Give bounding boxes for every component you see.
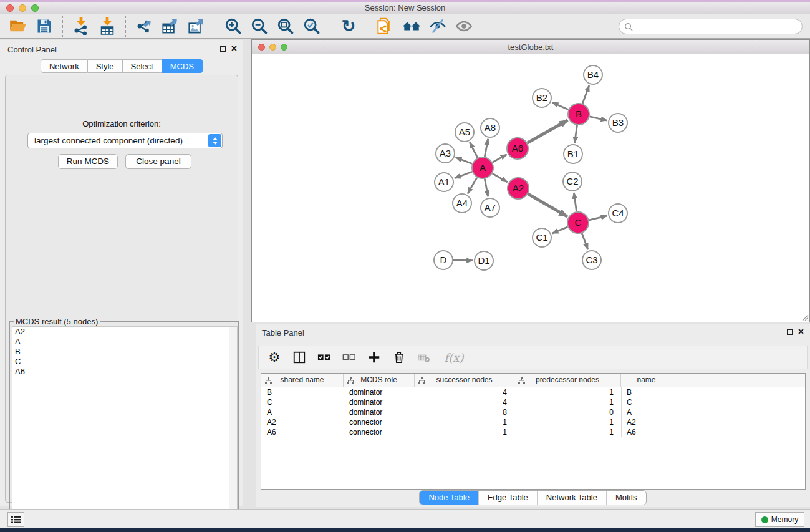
- delete-table-button[interactable]: [416, 350, 432, 365]
- edge-A-A3[interactable]: [456, 157, 472, 163]
- add-column-button[interactable]: [366, 350, 382, 365]
- edge-C-C1[interactable]: [552, 227, 568, 233]
- edge-B-B4[interactable]: [582, 85, 589, 104]
- column-header-shared-name[interactable]: shared name: [261, 374, 344, 387]
- edge-B-B3[interactable]: [590, 117, 607, 120]
- node-D1[interactable]: D1: [475, 251, 493, 270]
- network-canvas[interactable]: AA1A2A3A4A5A6A7A8BB1B2B3B4CC1C2C3C4DD1: [252, 54, 809, 322]
- tab-motifs[interactable]: Motifs: [607, 491, 646, 505]
- table-row[interactable]: Cdominator41C: [261, 397, 805, 407]
- toggle-columns-button[interactable]: [291, 350, 307, 365]
- close-panel-icon[interactable]: ×: [231, 46, 237, 52]
- criterion-select[interactable]: largest connected component (directed): [27, 133, 223, 148]
- node-B2[interactable]: B2: [533, 89, 551, 107]
- edge-A-A8[interactable]: [485, 139, 488, 157]
- import-network-button[interactable]: [68, 16, 94, 36]
- show-graphics-details-button[interactable]: [451, 16, 477, 36]
- node-C3[interactable]: C3: [582, 251, 601, 269]
- mcds-result-item[interactable]: A2: [12, 327, 237, 337]
- edge-A-A4[interactable]: [468, 178, 477, 194]
- edge-C-C3[interactable]: [582, 233, 588, 249]
- node-C2[interactable]: C2: [563, 172, 582, 191]
- mcds-result-item[interactable]: C: [12, 357, 237, 367]
- mcds-result-list[interactable]: A2ABCA6: [12, 326, 238, 532]
- column-header-MCDS-role[interactable]: MCDS role: [344, 374, 415, 387]
- edge-B-B1[interactable]: [575, 125, 577, 143]
- show-panels-button[interactable]: [7, 512, 24, 527]
- float-panel-icon[interactable]: [787, 329, 793, 335]
- delete-column-button[interactable]: [391, 350, 407, 365]
- mcds-result-item[interactable]: A: [12, 337, 237, 347]
- tab-mcds[interactable]: MCDS: [162, 59, 203, 73]
- node-D[interactable]: D: [434, 251, 453, 269]
- mcds-result-item[interactable]: A6: [12, 367, 237, 377]
- node-A6[interactable]: A6: [507, 138, 528, 159]
- tab-style[interactable]: Style: [88, 59, 123, 73]
- mcds-result-item[interactable]: B: [12, 347, 237, 357]
- zoom-fit-button[interactable]: [272, 16, 299, 36]
- node-A1[interactable]: A1: [435, 173, 453, 191]
- node-B1[interactable]: B1: [564, 145, 582, 163]
- node-B3[interactable]: B3: [609, 114, 627, 132]
- node-A5[interactable]: A5: [455, 123, 474, 142]
- float-panel-icon[interactable]: [220, 46, 226, 52]
- resize-grip-icon[interactable]: [800, 312, 809, 321]
- zoom-out-button[interactable]: [246, 16, 272, 36]
- save-session-button[interactable]: [31, 16, 57, 36]
- node-B4[interactable]: B4: [584, 65, 602, 84]
- node-B[interactable]: B: [568, 104, 589, 125]
- edge-B-B2[interactable]: [552, 102, 568, 109]
- edge-A-A6[interactable]: [493, 155, 507, 163]
- edge-A2-C[interactable]: [528, 194, 567, 216]
- edge-A-A7[interactable]: [485, 179, 488, 197]
- export-network-button[interactable]: [131, 16, 157, 36]
- edge-A-A5[interactable]: [470, 142, 478, 158]
- edge-A-A2[interactable]: [493, 173, 508, 182]
- select-all-button[interactable]: [316, 350, 332, 365]
- tab-edge-table[interactable]: Edge Table: [479, 491, 538, 505]
- function-builder-button[interactable]: f(x): [441, 350, 467, 365]
- tab-network-table[interactable]: Network Table: [538, 491, 607, 505]
- refresh-button[interactable]: ↻: [335, 16, 362, 36]
- close-panel-icon[interactable]: ×: [798, 329, 804, 335]
- node-C1[interactable]: C1: [533, 228, 551, 247]
- edge-A6-B[interactable]: [528, 120, 568, 143]
- zoom-in-button[interactable]: [220, 16, 246, 36]
- table-row[interactable]: A6connector11A6: [261, 427, 805, 437]
- tab-network[interactable]: Network: [41, 59, 88, 73]
- zoom-selected-button[interactable]: [299, 16, 325, 36]
- node-A[interactable]: A: [472, 157, 493, 178]
- hide-graphics-details-button[interactable]: [425, 16, 451, 36]
- run-mcds-button[interactable]: Run MCDS: [58, 154, 118, 169]
- table-settings-button[interactable]: ⚙: [266, 350, 282, 365]
- close-panel-button[interactable]: Close panel: [125, 154, 191, 169]
- export-table-button[interactable]: [157, 16, 183, 36]
- export-image-button[interactable]: [183, 16, 210, 36]
- scrollbar-track[interactable]: [229, 327, 237, 532]
- node-C4[interactable]: C4: [609, 204, 627, 223]
- column-header-predecessor-nodes[interactable]: predecessor nodes: [514, 374, 621, 387]
- new-network-from-file-button[interactable]: [372, 16, 398, 36]
- node-C[interactable]: C: [567, 212, 589, 233]
- table-row[interactable]: Bdominator41B: [261, 387, 805, 397]
- table-row[interactable]: Adominator80A: [261, 407, 805, 417]
- tab-select[interactable]: Select: [123, 59, 162, 73]
- node-A4[interactable]: A4: [453, 194, 471, 213]
- import-table-button[interactable]: [94, 16, 120, 36]
- node-A7[interactable]: A7: [481, 198, 499, 217]
- tab-node-table[interactable]: Node Table: [420, 491, 479, 505]
- open-file-button[interactable]: [5, 16, 31, 36]
- column-header-successor-nodes[interactable]: successor nodes: [415, 374, 514, 387]
- network-window-titlebar[interactable]: testGlobe.txt: [252, 40, 809, 54]
- memory-button[interactable]: Memory: [755, 512, 804, 527]
- table-row[interactable]: A2connector11A2: [261, 417, 805, 427]
- node-A3[interactable]: A3: [436, 144, 455, 163]
- deselect-all-button[interactable]: [341, 350, 357, 365]
- layout-home-button[interactable]: [398, 16, 425, 36]
- node-A8[interactable]: A8: [481, 118, 499, 137]
- column-header-name[interactable]: name: [621, 374, 672, 387]
- edge-C-C2[interactable]: [574, 193, 576, 211]
- edge-A-A1[interactable]: [455, 172, 472, 178]
- edge-C-C4[interactable]: [589, 216, 607, 220]
- node-A2[interactable]: A2: [508, 178, 529, 199]
